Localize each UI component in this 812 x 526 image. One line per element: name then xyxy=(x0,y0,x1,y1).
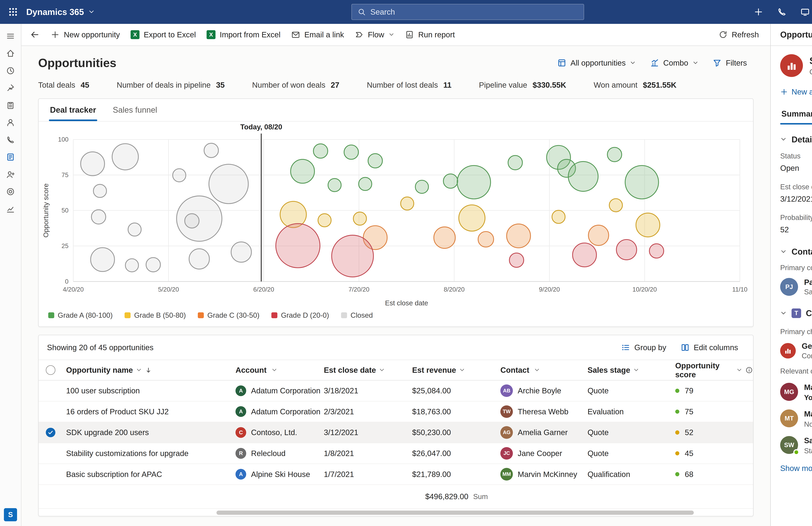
svg-text:0: 0 xyxy=(65,278,68,285)
cell-opportunity-score: 75 xyxy=(675,407,753,416)
tab-deal-tracker[interactable]: Deal tracker xyxy=(43,99,103,121)
cell-opportunity-name[interactable]: 16 orders of Product SKU JJ2 xyxy=(62,407,235,416)
column-header-est-close-date[interactable]: Est close date xyxy=(324,366,412,375)
teams-icon: T xyxy=(792,308,801,318)
table-row-100-user-subscription[interactable]: 100 user subscriptionAAdatum Corporation… xyxy=(39,381,753,401)
details-section-header[interactable]: Details xyxy=(780,135,812,144)
recent-clock-icon[interactable] xyxy=(0,62,21,79)
area-switcher-badge[interactable]: S xyxy=(4,508,17,521)
chat-item-samuel-weeks[interactable]: SWSamuel WeeksSuggestedStart chatting wi… xyxy=(780,436,812,455)
primary-contact[interactable]: PJ Parker Jones Sales Development Rep xyxy=(780,278,812,296)
cell-contact[interactable]: JCJane Cooper xyxy=(501,447,588,459)
cell-account[interactable]: AAdatum Corporation xyxy=(235,385,324,396)
calls-icon[interactable] xyxy=(0,131,21,148)
column-header-est-revenue[interactable]: Est revenue xyxy=(412,366,501,375)
flow-button[interactable]: Flow xyxy=(349,26,400,43)
chat-item-madelyn-gilliam[interactable]: MGMadelyn Gilliam8:15 AMYou: Thanks! Hav… xyxy=(780,383,812,401)
apps-waffle-icon[interactable] xyxy=(0,0,26,24)
phone-icon[interactable] xyxy=(770,0,794,24)
back-button[interactable] xyxy=(25,26,44,43)
cell-contact[interactable]: TWTheresa Webb xyxy=(501,405,588,418)
svg-text:10/20/20: 10/20/20 xyxy=(633,286,657,293)
cell-opportunity-name[interactable]: Basic subscription for APAC xyxy=(62,470,235,479)
new-activity-button[interactable]: New activity xyxy=(780,87,812,96)
tab-sales-funnel[interactable]: Sales funnel xyxy=(106,99,164,121)
column-header-opportunity-name[interactable]: Opportunity name xyxy=(62,366,235,375)
share-device-icon[interactable] xyxy=(794,0,812,24)
refresh-button[interactable]: Refresh xyxy=(713,26,764,43)
hamburger-menu-icon[interactable] xyxy=(0,27,21,45)
cell-opportunity-name[interactable]: SDK upgrade 200 users xyxy=(62,428,235,437)
opportunities-icon[interactable] xyxy=(0,148,21,166)
contact-avatar: TW xyxy=(501,405,513,418)
svg-text:9/20/20: 9/20/20 xyxy=(539,286,560,293)
table-row-sdk-upgrade-200-users[interactable]: SDK upgrade 200 usersCContoso, Ltd.3/12/… xyxy=(39,422,753,443)
info-icon xyxy=(745,366,753,374)
primary-channel[interactable]: General Contoso, Ltd. xyxy=(780,341,812,360)
chat-item-margie-s-travel[interactable]: MTMargie's Travel1:30 PMNoelle: I've bee… xyxy=(780,409,812,428)
table-row-basic-subscription-for-apac[interactable]: Basic subscription for APACAAlpine Ski H… xyxy=(39,464,753,485)
chevron-down-icon xyxy=(633,367,639,373)
contacts-section-header[interactable]: Contacts xyxy=(780,247,812,257)
new-opportunity-button[interactable]: New opportunity xyxy=(45,26,125,43)
show-more-chats-link[interactable]: Show more chats xyxy=(780,464,812,473)
contact-avatar: MM xyxy=(501,468,513,480)
column-header-sales-stage[interactable]: Sales stage xyxy=(588,366,675,375)
analytics-icon[interactable] xyxy=(0,200,21,218)
horizontal-scrollbar[interactable] xyxy=(217,511,694,515)
cell-sales-stage: Quote xyxy=(588,449,675,458)
table-row-16-orders-of-product-sku-jj2[interactable]: 16 orders of Product SKU JJ2AAdatum Corp… xyxy=(39,401,753,422)
account-logo: A xyxy=(235,406,246,417)
filters-button[interactable]: Filters xyxy=(706,56,754,71)
cell-opportunity-name[interactable]: Stability customizations for upgrade xyxy=(62,449,235,458)
primary-channel-label: Primary channel xyxy=(780,327,812,336)
accounts-icon[interactable] xyxy=(0,114,21,131)
cell-account[interactable]: AAlpine Ski House xyxy=(235,469,324,480)
chart-tabs: Deal trackerSales funnel xyxy=(39,99,753,121)
search-box[interactable] xyxy=(351,4,584,20)
cell-account[interactable]: AAdatum Corporation xyxy=(235,406,324,417)
email-a-link-button[interactable]: Email a link xyxy=(286,26,349,43)
import-from-excel-button[interactable]: XImport from Excel xyxy=(201,26,286,43)
column-header-account[interactable]: Account xyxy=(235,366,324,375)
app-title[interactable]: Dynamics 365 xyxy=(26,7,95,17)
legend-swatch xyxy=(125,312,131,318)
run-report-button[interactable]: Run report xyxy=(400,26,460,43)
edit-columns-button[interactable]: Edit columns xyxy=(674,340,744,354)
select-all-checkbox[interactable] xyxy=(39,365,62,375)
add-icon[interactable] xyxy=(747,0,770,24)
goals-icon[interactable] xyxy=(0,183,21,201)
view-selector[interactable]: All opportunities xyxy=(551,56,642,71)
primary-contact-label: Primary contact xyxy=(780,264,812,272)
contacts-icon[interactable] xyxy=(0,166,21,183)
chart-type-selector[interactable]: Combo xyxy=(643,56,705,71)
pinned-icon[interactable] xyxy=(0,79,21,97)
chevron-down-icon xyxy=(693,60,698,66)
column-header-opportunity-score[interactable]: Opportunity score xyxy=(675,361,753,379)
chevron-down-icon xyxy=(780,310,787,317)
cell-opportunity-name[interactable]: 100 user subscription xyxy=(62,386,235,395)
my-work-icon[interactable] xyxy=(0,97,21,114)
group-by-button[interactable]: Group by xyxy=(615,340,673,354)
cell-account[interactable]: RRelecloud xyxy=(235,448,324,458)
deal-tracker-card: Deal trackerSales funnel 02550751004/20/… xyxy=(38,98,754,327)
home-icon[interactable] xyxy=(0,45,21,62)
cell-contact[interactable]: MMMarvin McKinney xyxy=(501,468,588,480)
command-bar: New opportunityXExport to ExcelXImport f… xyxy=(21,24,770,46)
topbar-icon-group xyxy=(747,0,812,24)
cell-est-revenue: $25,084.00 xyxy=(412,386,501,395)
export-to-excel-button[interactable]: XExport to Excel xyxy=(125,26,201,43)
cell-contact[interactable]: ABArchie Boyle xyxy=(501,384,588,397)
table-row-stability-customizations-for-upgrade[interactable]: Stability customizations for upgradeRRel… xyxy=(39,443,753,464)
chat-avatar: SW xyxy=(780,436,798,454)
column-header-contact[interactable]: Contact xyxy=(501,366,588,375)
channel-logo xyxy=(780,343,796,359)
kpi-total-deals: Total deals45 xyxy=(38,81,89,89)
chevron-down-icon xyxy=(88,9,95,15)
search-input[interactable] xyxy=(371,8,578,16)
legend-item-grade-d-20-0: Grade D (20-0) xyxy=(271,311,329,319)
cell-contact[interactable]: AGAmelia Garner xyxy=(501,426,588,439)
row-selected-checkbox[interactable] xyxy=(46,428,55,437)
panel-tab-summary[interactable]: Summary xyxy=(780,105,812,124)
cell-account[interactable]: CContoso, Ltd. xyxy=(235,427,324,438)
